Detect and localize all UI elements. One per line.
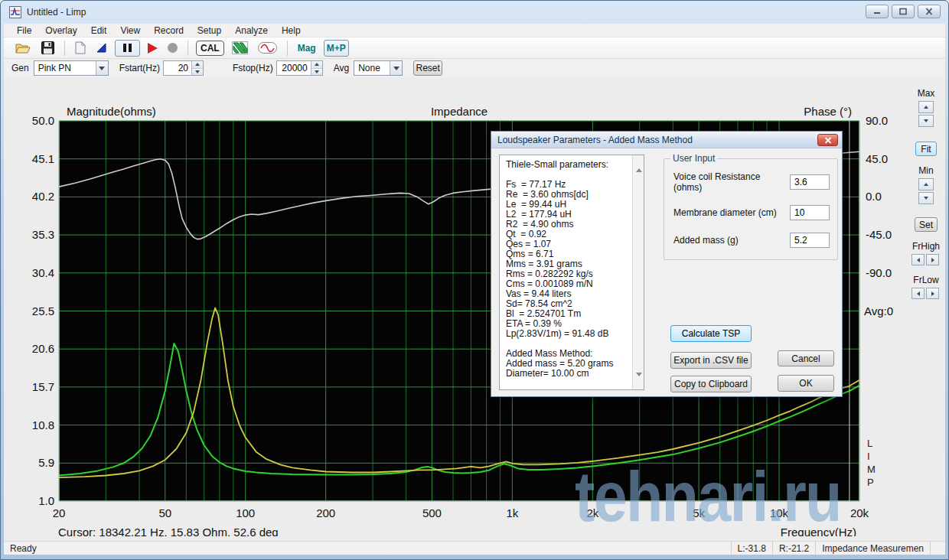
app-icon <box>9 6 21 18</box>
status-left-level: L:-31.8 <box>731 542 772 555</box>
export-csv-button[interactable]: Export in .CSV file <box>670 352 752 369</box>
save-button[interactable] <box>39 40 57 57</box>
avg-select[interactable]: None <box>354 60 403 76</box>
frequency-tick-label: 5k <box>693 506 705 519</box>
magnitude-phase-view-button[interactable]: M+P <box>324 40 349 57</box>
generator-type-select[interactable]: Pink PN <box>34 60 109 76</box>
fstop-input[interactable] <box>277 61 311 75</box>
spectrum-button[interactable] <box>230 40 250 57</box>
min-spinner[interactable] <box>918 178 934 206</box>
magnitude-tick-label: 1.0 <box>38 494 54 507</box>
voice-coil-resistance-input[interactable] <box>790 174 830 190</box>
min-down-button[interactable] <box>918 192 934 204</box>
calculate-tsp-button[interactable]: Calculate TSP <box>670 325 752 342</box>
dialog-titlebar[interactable]: Loudspeaker Parameters - Added Mass Meth… <box>491 132 842 148</box>
maximize-button[interactable] <box>892 5 915 18</box>
results-scrollbar[interactable] <box>632 155 644 389</box>
fstart-stepper[interactable] <box>163 60 204 76</box>
set-button[interactable]: Set <box>915 217 938 232</box>
open-file-button[interactable] <box>13 40 34 57</box>
toolbar-separator <box>64 41 65 56</box>
ok-button[interactable]: OK <box>778 375 834 392</box>
added-mass-label: Added mass (g) <box>673 235 790 246</box>
min-label: Min <box>918 165 933 176</box>
added-mass-input[interactable] <box>790 233 830 248</box>
frhigh-spinner[interactable] <box>911 254 941 265</box>
fstop-stepper[interactable] <box>276 60 323 76</box>
frequency-tick-label: 1k <box>506 506 518 519</box>
frequency-tick-label: 100 <box>236 506 255 519</box>
ts-param-line: Thiele-Small parameters: <box>506 160 628 170</box>
app-window: Untitled - Limp FileOverlayEditViewRecor… <box>0 0 949 560</box>
frequency-axis-title: Frequency(Hz) <box>781 526 856 536</box>
magnitude-tick-label: 20.6 <box>32 342 54 355</box>
scroll-up-icon[interactable] <box>636 158 642 168</box>
frhigh-label: FrHigh <box>912 241 940 252</box>
frequency-tick-label: 2k <box>586 506 598 519</box>
min-up-button[interactable] <box>918 178 934 190</box>
gen-label: Gen <box>11 63 29 73</box>
ts-param-line: Diameter= 10.00 cm <box>506 369 628 379</box>
magnitude-tick-label: 40.2 <box>32 190 54 203</box>
frequency-tick-label: 50 <box>158 506 171 519</box>
menu-item[interactable]: File <box>10 25 38 36</box>
frlow-left-button[interactable] <box>911 288 925 299</box>
chart-title: Impedance <box>431 105 488 118</box>
menu-item[interactable]: View <box>113 25 147 36</box>
titlebar[interactable]: Untitled - Limp <box>1 1 948 24</box>
green-stripes-icon <box>232 41 248 54</box>
frlow-right-button[interactable] <box>926 288 939 299</box>
membrane-diameter-input[interactable] <box>790 205 830 220</box>
menu-item[interactable]: Edit <box>84 25 114 36</box>
fstart-input[interactable] <box>164 61 191 75</box>
chart-client-area: 50.045.140.235.330.425.520.615.710.85.91… <box>4 77 945 541</box>
copy-button[interactable] <box>73 40 88 57</box>
menu-item[interactable]: Record <box>147 25 191 36</box>
minimize-button[interactable] <box>866 5 889 18</box>
thiele-small-results-panel: Thiele-Small parameters: Fs = 77.17 HzRe… <box>499 155 644 390</box>
maximize-icon <box>898 8 908 15</box>
cancel-button[interactable]: Cancel <box>778 350 834 366</box>
stop-button[interactable] <box>165 40 180 57</box>
frequency-tick-label: 10k <box>770 506 789 519</box>
pause-button[interactable] <box>115 40 140 57</box>
chevron-down-icon <box>96 61 108 75</box>
frlow-spinner[interactable] <box>911 288 941 299</box>
status-right-level: R:-21.2 <box>772 542 815 555</box>
close-button[interactable] <box>918 5 941 18</box>
generator-bar: Gen Pink PN Fstart(Hz) Fstop(Hz) Avg Non… <box>4 59 945 77</box>
fstop-label: Fstop(Hz) <box>233 63 273 73</box>
max-down-button[interactable] <box>918 115 934 127</box>
max-up-button[interactable] <box>918 101 934 113</box>
scale-panel: Max Fit Min Set FrHigh FrLow <box>908 86 944 299</box>
menu-item[interactable]: Analyze <box>228 25 275 36</box>
magnitude-tick-label: 30.4 <box>32 266 54 279</box>
dialog-close-button[interactable] <box>817 134 838 146</box>
fstop-spinner[interactable] <box>311 61 322 75</box>
fit-button[interactable]: Fit <box>915 142 937 156</box>
max-spinner[interactable] <box>918 101 934 129</box>
resize-grip[interactable] <box>930 542 945 555</box>
signal-generator-button[interactable] <box>256 40 279 57</box>
voice-coil-resistance-label: Voice coil Resistance (ohms) <box>673 171 790 193</box>
copy-to-clipboard-button[interactable]: Copy to Clipboard <box>670 376 752 392</box>
max-label: Max <box>918 88 935 99</box>
save-floppy-icon <box>41 41 54 54</box>
marker-button[interactable] <box>93 40 109 57</box>
membrane-diameter-label: Membrane diameter (cm) <box>673 207 790 218</box>
reset-button[interactable]: Reset <box>413 60 442 76</box>
frhigh-right-button[interactable] <box>926 254 939 265</box>
fstart-spinner[interactable] <box>191 61 203 75</box>
magnitude-tick-label: 45.1 <box>32 152 54 165</box>
toolbar-separator <box>287 41 288 56</box>
scroll-down-icon[interactable] <box>636 376 642 387</box>
frhigh-left-button[interactable] <box>911 254 925 265</box>
stop-icon <box>168 43 178 53</box>
menu-item[interactable]: Setup <box>191 25 228 36</box>
record-button[interactable] <box>145 40 160 57</box>
calibrate-button[interactable]: CAL <box>196 41 224 56</box>
magnitude-view-button[interactable]: Mag <box>295 40 318 57</box>
menu-item[interactable]: Help <box>275 25 308 36</box>
menu-item[interactable]: Overlay <box>38 25 83 36</box>
frlow-label: FrLow <box>913 275 938 285</box>
